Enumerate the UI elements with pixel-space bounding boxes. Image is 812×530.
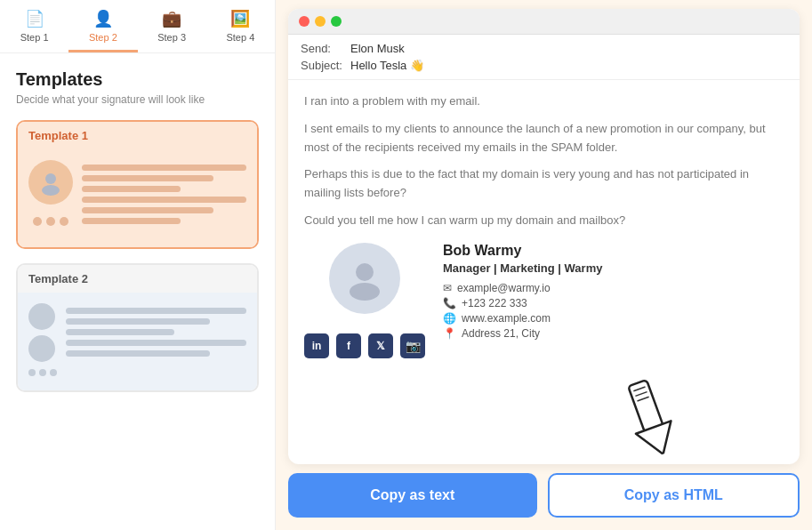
step-4[interactable]: 🖼️ Step 4 bbox=[206, 0, 275, 52]
svg-point-2 bbox=[356, 263, 374, 281]
template-2-lines bbox=[66, 308, 246, 357]
linkedin-icon[interactable]: in bbox=[304, 333, 329, 358]
template-2-preview bbox=[18, 293, 257, 390]
step-2[interactable]: 👤 Step 2 bbox=[68, 0, 137, 52]
step-1[interactable]: 📄 Step 1 bbox=[0, 0, 68, 52]
globe-icon: 🌐 bbox=[443, 312, 456, 325]
sig-phone-row: 📞 +123 222 333 bbox=[443, 297, 784, 309]
bottom-buttons: Copy as text Copy as HTML bbox=[288, 473, 800, 518]
svg-point-0 bbox=[45, 173, 56, 184]
sig-info: Bob Warmy Manager | Marketing | Warmy ✉ … bbox=[443, 243, 784, 342]
step-4-label: Step 4 bbox=[226, 32, 254, 43]
sig-phone: +123 222 333 bbox=[462, 297, 527, 309]
template-1-avatar bbox=[28, 160, 73, 205]
sig-avatar bbox=[329, 243, 400, 314]
templates-subtitle: Decide what your signature will look lik… bbox=[16, 93, 259, 106]
right-panel: Send: Elon Musk Subject: Hello Tesla 👋 I… bbox=[276, 0, 812, 530]
step-1-label: Step 1 bbox=[20, 32, 49, 43]
sig-title: Manager | Marketing | Warmy bbox=[443, 261, 784, 275]
sig-name: Bob Warmy bbox=[443, 243, 784, 259]
subject-value: Hello Tesla 👋 bbox=[350, 59, 424, 72]
window-titlebar bbox=[288, 9, 800, 35]
social-icons: in f 𝕏 📷 bbox=[304, 333, 425, 358]
steps-header: 📄 Step 1 👤 Step 2 💼 Step 3 🖼️ Step 4 bbox=[0, 0, 275, 53]
sig-address-row: 📍 Address 21, City bbox=[443, 327, 784, 340]
step-3[interactable]: 💼 Step 3 bbox=[138, 0, 206, 52]
templates-section: Templates Decide what your signature wil… bbox=[0, 53, 275, 530]
left-panel: 📄 Step 1 👤 Step 2 💼 Step 3 🖼️ Step 4 Tem… bbox=[0, 0, 276, 530]
signature-block: in f 𝕏 📷 Bob Warmy Manager | Marketing |… bbox=[304, 243, 784, 358]
email-window: Send: Elon Musk Subject: Hello Tesla 👋 I… bbox=[288, 9, 800, 464]
svg-point-3 bbox=[350, 283, 380, 301]
svg-point-1 bbox=[42, 185, 60, 196]
window-close-btn[interactable] bbox=[299, 16, 310, 27]
step-4-icon: 🖼️ bbox=[230, 9, 250, 28]
template-1-card[interactable]: Template 1 bbox=[16, 120, 259, 249]
instagram-icon[interactable]: 📷 bbox=[400, 333, 425, 358]
email-subject-row: Subject: Hello Tesla 👋 bbox=[301, 57, 787, 74]
body-paragraph-1: I ran into a problem with my email. bbox=[304, 92, 784, 111]
template-2-card[interactable]: Template 2 bbox=[16, 263, 259, 392]
subject-label: Subject: bbox=[301, 59, 345, 72]
template-2-label: Template 2 bbox=[18, 265, 257, 293]
copy-as-text-button[interactable]: Copy as text bbox=[288, 473, 537, 518]
template-1-dots bbox=[33, 217, 68, 226]
step-3-icon: 💼 bbox=[162, 9, 181, 28]
sig-address: Address 21, City bbox=[462, 327, 540, 340]
template-2-avatars bbox=[28, 303, 57, 376]
body-paragraph-3: Perhaps this is due to the fact that my … bbox=[304, 165, 784, 203]
templates-title: Templates bbox=[16, 69, 259, 90]
facebook-icon[interactable]: f bbox=[336, 333, 361, 358]
email-icon: ✉ bbox=[443, 282, 452, 294]
phone-icon: 📞 bbox=[443, 297, 456, 309]
twitter-icon[interactable]: 𝕏 bbox=[368, 333, 393, 358]
template-1-label: Template 1 bbox=[18, 122, 257, 149]
email-body: I ran into a problem with my email. I se… bbox=[288, 80, 800, 464]
sig-avatar-col: in f 𝕏 📷 bbox=[304, 243, 425, 358]
email-send-row: Send: Elon Musk bbox=[301, 40, 787, 57]
send-label: Send: bbox=[301, 42, 345, 55]
sig-email-row: ✉ example@warmy.io bbox=[443, 282, 784, 294]
window-minimize-btn[interactable] bbox=[315, 16, 326, 27]
sig-website-row: 🌐 www.example.com bbox=[443, 312, 784, 325]
template-1-lines bbox=[82, 165, 246, 224]
location-icon: 📍 bbox=[443, 327, 456, 340]
copy-as-html-button[interactable]: Copy as HTML bbox=[548, 473, 800, 518]
body-paragraph-4: Could you tell me how I can warm up my d… bbox=[304, 212, 784, 230]
right-panel-inner: Send: Elon Musk Subject: Hello Tesla 👋 I… bbox=[288, 9, 800, 518]
send-value: Elon Musk bbox=[350, 42, 405, 55]
step-3-label: Step 3 bbox=[157, 32, 186, 43]
sig-website: www.example.com bbox=[462, 312, 551, 325]
step-2-label: Step 2 bbox=[89, 32, 117, 43]
body-paragraph-2: I sent emails to my clients to announce … bbox=[304, 120, 784, 157]
sig-email: example@warmy.io bbox=[457, 282, 551, 294]
step-2-icon: 👤 bbox=[93, 9, 113, 28]
step-1-icon: 📄 bbox=[25, 9, 44, 28]
window-maximize-btn[interactable] bbox=[331, 16, 342, 27]
email-header: Send: Elon Musk Subject: Hello Tesla 👋 bbox=[288, 35, 800, 80]
template-1-preview bbox=[18, 149, 257, 247]
